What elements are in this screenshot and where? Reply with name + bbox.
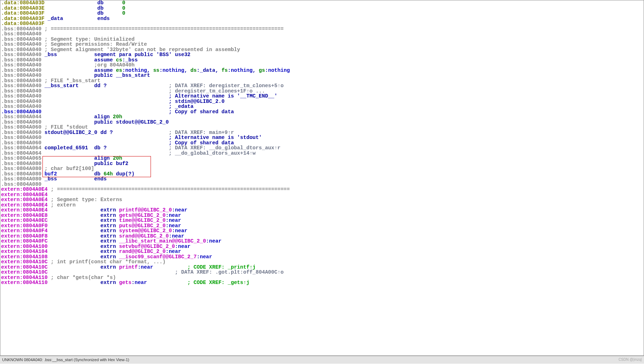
disasm-line[interactable]: .bss:0804A040 ; FILE *_bss_start xyxy=(1,78,643,84)
disasm-line[interactable]: .bss:0804A060 stdout@@GLIBC_2_0 dd ? ; D… xyxy=(1,130,643,135)
disasm-line[interactable]: .bss:0804A060 ; Alternative name is 'std… xyxy=(1,135,643,140)
disasm-line[interactable]: .bss:0804A040 _bss segment para public '… xyxy=(1,52,643,58)
status-bar: UNKNOWN 0804A040: .bss:__bss_start (Sync… xyxy=(0,356,644,364)
disasm-line[interactable]: .bss:0804A060 public stdout@@GLIBC_2_0 xyxy=(1,120,643,125)
disasm-line[interactable]: .data:0804A03E db 0 xyxy=(1,6,643,11)
disasm-line[interactable]: .data:0804A03F xyxy=(1,21,643,26)
disasm-line[interactable]: .bss:0804A040 xyxy=(1,31,643,37)
disasm-line[interactable]: .bss:0804A040 __bss_start dd ? ; DATA XR… xyxy=(1,83,643,89)
disasm-line[interactable]: .bss:0804A060 ; Copy of shared data xyxy=(1,140,643,146)
disasm-line[interactable]: extern:0804A0E8 extrn gets@@GLIBC_2_0:ne… xyxy=(1,213,643,218)
disasm-line[interactable]: .bss:0804A040 ; Segment alignment '32byt… xyxy=(1,47,643,53)
disasm-line[interactable]: extern:0804A0F4 extrn system@@GLIBC_2_0:… xyxy=(1,228,643,234)
disasm-line[interactable]: extern:0804A0E4 extrn printf@@GLIBC_2_0:… xyxy=(1,208,643,213)
watermark: CSDN @|mzq| xyxy=(619,357,642,363)
disasm-line[interactable]: extern:0804A10C ; DATA XREF: .got.plt:of… xyxy=(1,270,643,275)
disasm-line[interactable]: extern:0804A0F8 extrn srand@@GLIBC_2_0:n… xyxy=(1,234,643,239)
disasm-line[interactable]: extern:0804A10C extrn printf:near ; CODE… xyxy=(1,265,643,270)
status-text: UNKNOWN 0804A040: .bss:__bss_start (Sync… xyxy=(2,357,129,363)
disasm-line[interactable]: extern:0804A108 extrn __isoc99_scanf@@GL… xyxy=(1,254,643,260)
disasm-line[interactable]: .bss:0804A040 ; ========================… xyxy=(1,26,643,32)
disasm-line[interactable]: .bss:0804A064 ; __do_global_dtors_aux+14… xyxy=(1,151,643,156)
disasm-line[interactable]: .bss:0804A040 ; Segment permissions: Rea… xyxy=(1,42,643,47)
disasm-line[interactable]: .bss:0804A080 ; char buf2[100] xyxy=(1,166,643,171)
disasm-line[interactable]: extern:0804A0E4 ; Segment type: Externs xyxy=(1,197,643,203)
disasm-line[interactable]: .bss:0804A080 public buf2 xyxy=(1,161,643,166)
disasm-line[interactable]: extern:0804A10C ; int printf(const char … xyxy=(1,259,643,265)
disasm-line[interactable]: extern:0804A0E4 ; extern xyxy=(1,203,643,208)
disasm-line[interactable]: .bss:0804A040 assume cs:_bss xyxy=(1,58,643,63)
disasm-line[interactable]: .bss:0804A040 ; stdin@@GLIBC_2.0 xyxy=(1,99,643,104)
disasm-line[interactable]: extern:0804A100 extrn setvbuf@@GLIBC_2_0… xyxy=(1,244,643,249)
disasm-line[interactable]: extern:0804A0FC extrn __libc_start_main@… xyxy=(1,239,643,244)
disasm-line[interactable]: .bss:0804A040 assume es:nothing, ss:noth… xyxy=(1,68,643,73)
disasm-line[interactable]: .data:0804A03D db 0 xyxy=(1,0,643,6)
disasm-line[interactable]: .bss:0804A080 buf2 db 64h dup(?) xyxy=(1,171,643,177)
disasm-line[interactable]: extern:0804A104 extrn rand@@GLIBC_2_0:ne… xyxy=(1,249,643,254)
disassembly-view[interactable]: .data:0804A03D db 0.data:0804A03E db 0.d… xyxy=(0,0,644,356)
disasm-line[interactable]: .bss:0804A040 ; Alternative name is '__T… xyxy=(1,94,643,99)
disasm-line[interactable]: .bss:0804A080 xyxy=(1,182,643,187)
disasm-line[interactable]: .bss:0804A080 _bss ends xyxy=(1,176,643,182)
disasm-line[interactable]: extern:0804A0E4 xyxy=(1,192,643,198)
disasm-line[interactable]: extern:0804A0EC extrn time@@GLIBC_2_0:ne… xyxy=(1,218,643,223)
disasm-line[interactable]: extern:0804A0E4 ; ======================… xyxy=(1,187,643,192)
disasm-line[interactable]: extern:0804A0F0 extrn puts@@GLIBC_2_0:ne… xyxy=(1,223,643,229)
disasm-line[interactable]: .bss:0804A040 ; _edata xyxy=(1,104,643,109)
disasm-line[interactable]: .bss:0804A044 align 20h xyxy=(1,114,643,120)
disasm-line[interactable]: .bss:0804A040 public __bss_start xyxy=(1,73,643,78)
disasm-line[interactable]: .bss:0804A040 ;org 804A040h xyxy=(1,63,643,68)
disasm-line[interactable]: .bss:0804A064 completed_6591 db ? ; DATA… xyxy=(1,145,643,151)
disasm-line[interactable]: .bss:0804A040 ; Segment type: Uninitiali… xyxy=(1,37,643,42)
disasm-line[interactable]: .bss:0804A060 ; FILE *stdout xyxy=(1,125,643,130)
disasm-line[interactable]: extern:0804A110 ; char *gets(char *s) xyxy=(1,275,643,280)
disasm-line[interactable]: .bss:0804A040 ; Copy of shared data xyxy=(1,109,643,115)
disasm-line[interactable]: .data:0804A03F db 0 xyxy=(1,11,643,16)
disasm-line[interactable]: .bss:0804A065 align 20h xyxy=(1,156,643,161)
disasm-line[interactable]: .data:0804A03F _data ends xyxy=(1,16,643,21)
disasm-line[interactable]: extern:0804A110 extrn gets:near ; CODE X… xyxy=(1,280,643,285)
disasm-line[interactable]: .bss:0804A040 ; deregister_tm_clones+1F↑… xyxy=(1,89,643,94)
disassembly-lines[interactable]: .data:0804A03D db 0.data:0804A03E db 0.d… xyxy=(1,0,643,285)
